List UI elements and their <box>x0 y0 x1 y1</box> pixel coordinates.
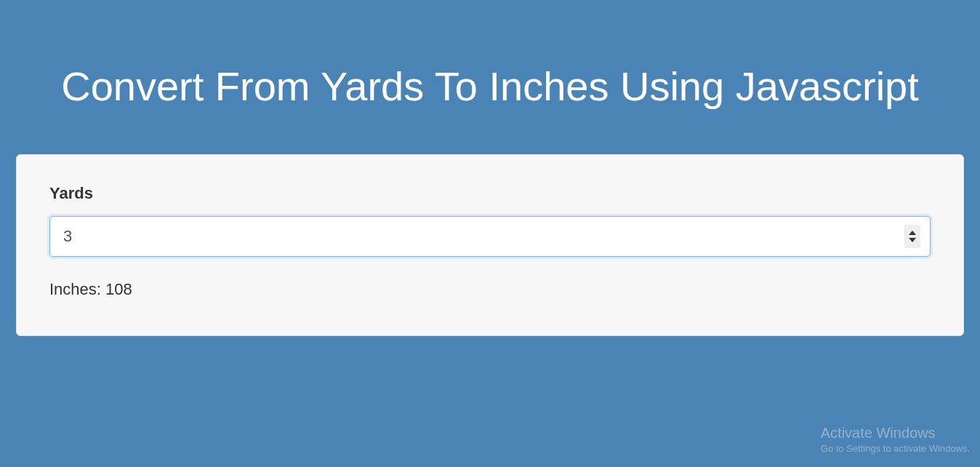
watermark-subtitle: Go to Settings to activate Windows. <box>821 443 970 454</box>
result-value: 108 <box>105 280 132 298</box>
yards-label: Yards <box>49 184 931 203</box>
chevron-up-icon <box>909 231 916 235</box>
converter-card: Yards Inches: 108 <box>16 154 964 336</box>
input-wrapper <box>49 216 931 257</box>
result-text: Inches: 108 <box>49 280 931 299</box>
chevron-down-icon <box>909 238 916 242</box>
number-spinner[interactable] <box>904 225 920 248</box>
windows-watermark: Activate Windows Go to Settings to activ… <box>821 425 970 454</box>
result-label: Inches: <box>49 280 101 298</box>
watermark-title: Activate Windows <box>821 425 970 442</box>
page-title: Convert From Yards To Inches Using Javas… <box>0 0 980 140</box>
yards-input[interactable] <box>49 216 931 257</box>
